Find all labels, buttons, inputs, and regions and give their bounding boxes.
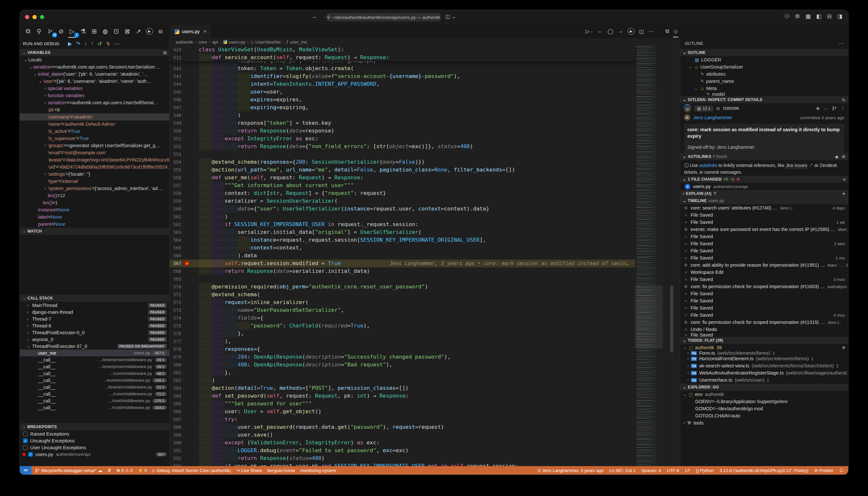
twisty-icon[interactable]: ⌄ bbox=[33, 72, 38, 76]
statusbar-encoding[interactable]: UTF-8 bbox=[667, 468, 679, 473]
debug-continue-icon[interactable]: ▶ bbox=[68, 41, 72, 47]
variable-row[interactable]: ⌄Locals bbox=[20, 56, 169, 63]
twisty-icon[interactable]: › bbox=[687, 371, 689, 375]
call-stack-frame[interactable]: __call__.../events/middleware.py156:1 bbox=[20, 377, 169, 384]
test-explorer-icon[interactable]: ⊡ bbox=[111, 26, 121, 36]
open-comments-icon[interactable]: ⧉ bbox=[665, 28, 669, 34]
statusbar-python-interpreter[interactable]: 3.12.8 ('authentik-xEAhpGPh-py3.12': Poe… bbox=[719, 468, 808, 473]
timeline-header[interactable]: ⌄TIMELINE users.py bbox=[680, 197, 848, 204]
code-line-559[interactable]: 559serializer = SessionUserSerializer( bbox=[170, 197, 635, 205]
breakpoint-checkbox[interactable]: ✓ bbox=[28, 452, 33, 457]
call-stack-thread[interactable]: ›MainThreadPAUSED bbox=[20, 302, 169, 309]
watch-section-header[interactable]: ⌄WATCH bbox=[20, 228, 169, 235]
code-line-577[interactable]: 577), bbox=[170, 338, 635, 345]
todo-file-row[interactable]: ›TSUserInterface.ts(web/src/user)1 bbox=[680, 376, 848, 384]
go-env-variable[interactable]: GOTOOLCHAIN=auto bbox=[680, 412, 848, 419]
code-line-548[interactable]: 548) bbox=[170, 111, 635, 119]
timeline-item[interactable]: ○File Saved4 mos bbox=[680, 311, 848, 319]
todo-file-row[interactable]: ›TSHorizontalFormElement.ts(web/src/elem… bbox=[680, 355, 848, 362]
go-env-variable[interactable]: GOENV=~/Library/Application Support/go/e… bbox=[680, 398, 848, 405]
variable-row[interactable]: ›function variables bbox=[20, 92, 169, 99]
history-back-icon[interactable]: ← bbox=[312, 13, 318, 20]
code-line-553[interactable]: 553 bbox=[170, 150, 635, 158]
code-line-543[interactable]: 543identifier=slugify(value=f"service-ac… bbox=[170, 73, 635, 80]
explorer-icon[interactable]: ⧉ bbox=[23, 26, 33, 36]
call-stack-section-header[interactable]: ⌄CALL STACK bbox=[20, 295, 169, 302]
twisty-icon[interactable]: › bbox=[687, 363, 689, 368]
code-line-582[interactable]: 582) bbox=[170, 376, 635, 384]
code-line-556[interactable]: 556def user_me(self, request: Request) →… bbox=[170, 174, 635, 182]
statusbar-compare-changes[interactable]: ⇵ bbox=[108, 468, 111, 473]
variable-row[interactable]: 'name' = 'authentik Default Admin' bbox=[20, 121, 169, 128]
variable-row[interactable]: ›'system_permissions' = ['access_admin_i… bbox=[20, 185, 169, 192]
todo-file-row[interactable]: ›TSak-search-select-view.ts(web/src/elem… bbox=[680, 362, 848, 369]
more-actions-icon[interactable]: ⋯ bbox=[839, 41, 843, 46]
code-line-568[interactable]: 568return Response(data=serializer.initi… bbox=[170, 267, 635, 275]
autolinks-text[interactable]: ↗ bbox=[807, 163, 813, 168]
code-line-558[interactable]: 558context: dict[str, Request] = {"reque… bbox=[170, 189, 635, 197]
back-icon[interactable]: ← bbox=[823, 106, 828, 111]
timeline-item[interactable]: ○Undo / Redo bbox=[680, 326, 848, 333]
twisty-icon[interactable]: › bbox=[27, 303, 32, 308]
editor-scrollbar[interactable] bbox=[670, 285, 673, 353]
search-icon[interactable]: ⚲ bbox=[34, 26, 44, 36]
go-env-variable[interactable]: GOMOD=~/dev/authentik/go.mod bbox=[680, 405, 848, 412]
statusbar-git-branch[interactable]: lifecycle/fix-debugger-setup*☁ bbox=[35, 468, 102, 473]
timeline-item[interactable]: ○File Saved bbox=[680, 304, 848, 311]
code-line-587[interactable]: 587try: bbox=[170, 416, 635, 423]
code-line-563[interactable]: 563serializer.initial_data["original"] =… bbox=[170, 228, 635, 236]
timeline-item[interactable]: ○File Saved1 wk bbox=[680, 219, 848, 226]
commit-graph-icon[interactable] bbox=[832, 106, 837, 111]
tab-overview-icon[interactable]: ◫ ⌄ bbox=[445, 13, 456, 19]
run-and-debug-icon[interactable]: ▷1 bbox=[67, 26, 77, 36]
breadcrumb-item[interactable]: users.py bbox=[223, 40, 245, 45]
settings-gear-icon[interactable]: ⚙ bbox=[795, 13, 800, 20]
explain-ai-header[interactable]: ›EXPLAIN (AI) ⚗ ✦ bbox=[680, 190, 848, 197]
account-icon[interactable]: ⚇ bbox=[785, 13, 789, 20]
variables-section-header[interactable]: ⌄VARIABLES ⧉ bbox=[20, 49, 169, 56]
source-control-icon[interactable]: 12 bbox=[45, 26, 55, 36]
variable-row[interactable]: 'username' = 'akadmin' bbox=[20, 113, 169, 121]
gitlens-inspect-icon[interactable]: ◇ bbox=[674, 28, 678, 34]
debug-restart-icon[interactable]: ↺ bbox=[97, 41, 102, 47]
run-python-file-icon[interactable]: ▷⌄ bbox=[586, 28, 593, 34]
timeline-item[interactable]: ○File Saved bbox=[680, 290, 848, 297]
statusbar-ports[interactable]: ⚡ 0 bbox=[138, 468, 147, 473]
twisty-icon[interactable]: › bbox=[27, 310, 32, 314]
statusbar-cursor-position[interactable]: Ln 567, Col 1 bbox=[609, 468, 635, 473]
statusbar-debug-status[interactable]: ▷ Debug: Attach Server Core (authentik) bbox=[152, 468, 231, 473]
variable-row[interactable]: ⌄serializer = <authentik.core.api.users.… bbox=[20, 63, 169, 71]
statusbar-indentation[interactable]: Spaces: 4 bbox=[641, 468, 661, 473]
breadcrumb-item[interactable]: api bbox=[212, 40, 218, 45]
outline-item[interactable]: ✎attributes bbox=[680, 71, 848, 78]
code-line-581[interactable]: 581}, bbox=[170, 369, 635, 376]
gitlens-files-badge[interactable]: ▤12 ± bbox=[695, 106, 713, 111]
code-line-575[interactable]: 575"password": CharField(required=True), bbox=[170, 322, 635, 330]
breadcrumb-item[interactable]: authentik bbox=[175, 40, 193, 45]
breadcrumb-item[interactable]: ƒuser_me bbox=[286, 39, 307, 45]
code-line-576[interactable]: 576}, bbox=[170, 330, 635, 338]
twisty-icon[interactable]: › bbox=[27, 330, 32, 335]
code-line-564[interactable]: 564instance=request._request.session[SES… bbox=[170, 236, 635, 244]
variable-row[interactable]: 'pk' = 6 bbox=[20, 106, 169, 113]
code-line-544[interactable]: 544intent=TokenIntents.INTENT_APP_PASSWO… bbox=[170, 80, 635, 88]
code-line-570[interactable]: 570@permission_required(obj_perm="authen… bbox=[170, 283, 635, 291]
code-line-592[interactable]: 592return Response(status=400) bbox=[170, 454, 635, 462]
code-line-560[interactable]: 560data={"user": UserSelfSerializer(inst… bbox=[170, 205, 635, 213]
autolinks-link[interactable]: autolinks bbox=[699, 163, 717, 168]
kebab-menu-icon[interactable]: ⋮ bbox=[841, 106, 845, 111]
timeline-item[interactable]: ⊙core: add ability to provide reason for… bbox=[680, 262, 848, 269]
code-line-569[interactable]: 569 bbox=[170, 275, 635, 283]
twisty-icon[interactable]: › bbox=[683, 421, 685, 425]
testing-icon[interactable]: ⚗ bbox=[78, 26, 88, 36]
breadcrumb-item[interactable]: core bbox=[199, 40, 207, 45]
jira-issues-link[interactable]: Jira issues bbox=[786, 163, 807, 168]
twisty-icon[interactable]: ⌄ bbox=[689, 65, 693, 69]
statusbar-blame-status[interactable]: ⊙ Jens Langhammer, 3 years ago bbox=[537, 468, 604, 473]
autolink-add-icon[interactable]: ◆ bbox=[835, 154, 838, 159]
timeline-item[interactable]: ○File Saved bbox=[680, 333, 848, 337]
timeline-item[interactable]: ○File Saved3 mos bbox=[680, 276, 848, 283]
github-icon[interactable]: ◍ bbox=[100, 26, 110, 36]
autolink-settings-icon[interactable]: ⚙ bbox=[842, 154, 846, 159]
twisty-icon[interactable]: › bbox=[27, 324, 32, 328]
